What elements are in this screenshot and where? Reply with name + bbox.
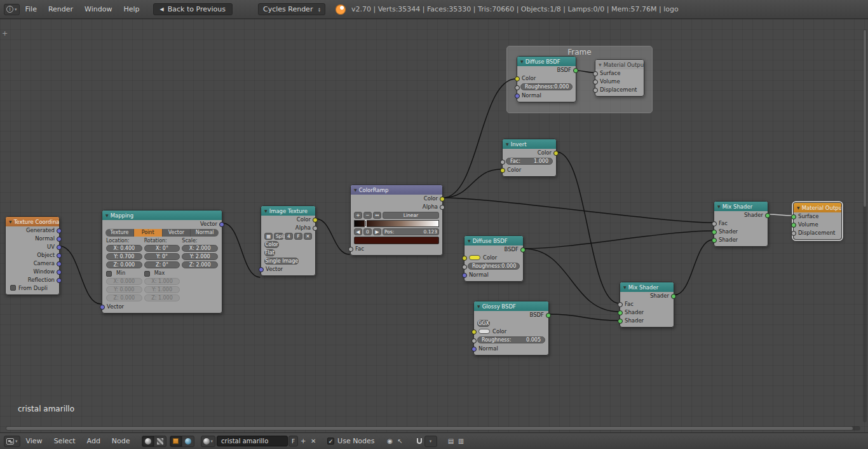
projection-select[interactable]: Flat	[264, 249, 275, 256]
scale-x-field[interactable]: X: 2.000	[182, 245, 218, 252]
socket-shader-output[interactable]	[671, 294, 676, 299]
location-z-field[interactable]: Z: 0.000	[106, 261, 142, 268]
socket-fac-input[interactable]	[618, 302, 623, 307]
socket-normal-input[interactable]	[462, 273, 467, 278]
node-glossy-bsdf[interactable]: ▼Glossy BSDF BSDF GGX Color Roughness:0.…	[473, 301, 549, 356]
editor-type-button-info[interactable]: i ▾	[4, 4, 20, 15]
node-diffuse-bsdf[interactable]: ▼Diffuse BSDF BSDF Color Roughness:0.000…	[464, 235, 524, 282]
node-header[interactable]: ▼Diffuse BSDF	[465, 236, 523, 245]
node-header[interactable]: ▼Material Output	[794, 203, 841, 212]
menu-file[interactable]: File	[20, 5, 43, 13]
node-link[interactable]	[60, 246, 101, 304]
menu-node[interactable]: Node	[106, 437, 136, 445]
render-engine-select[interactable]: Cycles Render ▴▾	[258, 3, 325, 15]
node-editor-canvas[interactable]: + Frame ▼Texture Coordinate Generated No…	[0, 19, 868, 432]
menu-help[interactable]: Help	[118, 5, 145, 13]
max-checkbox[interactable]	[144, 271, 150, 277]
socket-roughness-input[interactable]	[462, 265, 467, 270]
socket-volume-input[interactable]	[791, 223, 796, 228]
node-mapping[interactable]: ▼Mapping Vector Texture Point Vector Nor…	[102, 210, 222, 314]
node-link[interactable]	[674, 240, 713, 295]
node-mix-shader-lower[interactable]: ▼Mix Shader Shader Fac Shader Shader	[620, 282, 674, 328]
object-data-button[interactable]	[170, 436, 182, 447]
node-header[interactable]: ▼ColorRamp	[351, 185, 442, 195]
node-header[interactable]: ▼Diffuse BSDF	[517, 57, 576, 66]
socket-camera-output[interactable]	[57, 261, 62, 266]
menu-render[interactable]: Render	[43, 5, 79, 13]
socket-reflection-output[interactable]	[57, 278, 62, 283]
collapse-icon[interactable]: ▼	[477, 304, 480, 308]
node-header[interactable]: ▼Texture Coordinate	[6, 217, 59, 226]
auto-render-icon[interactable]: ◉	[385, 436, 395, 446]
browse-material-button[interactable]: ▾	[201, 436, 216, 447]
interpolation-select[interactable]: Linear	[383, 212, 439, 219]
node-link[interactable]	[576, 71, 593, 73]
vertical-scrollbar[interactable]	[863, 29, 867, 422]
node-link[interactable]	[557, 152, 619, 303]
socket-alpha-output[interactable]	[313, 226, 318, 231]
node-image-texture[interactable]: ▼Image Texture Color Alpha ▦ Spla 4 F ✕ …	[261, 205, 316, 276]
type-point-button[interactable]: Point	[134, 229, 163, 237]
roughness-slider[interactable]: Roughness:0.000	[468, 263, 520, 270]
menu-view[interactable]: View	[20, 437, 48, 445]
node-link[interactable]	[223, 223, 260, 277]
collapse-icon[interactable]: ▼	[599, 62, 602, 67]
socket-fac-input[interactable]	[500, 160, 505, 165]
socket-color-input[interactable]	[462, 256, 467, 261]
browse-image-icon[interactable]: ▦	[264, 233, 273, 240]
roughness-slider[interactable]: Roughness:0.000	[520, 83, 573, 90]
node-link[interactable]	[443, 198, 713, 223]
node-header[interactable]: ▼Mix Shader	[714, 202, 768, 211]
socket-generated-output[interactable]	[57, 228, 62, 233]
socket-normal-input[interactable]	[515, 93, 520, 99]
editor-type-button[interactable]: ▾	[4, 436, 20, 447]
socket-volume-input[interactable]	[593, 79, 598, 85]
node-link[interactable]	[316, 219, 349, 254]
socket-color-output[interactable]	[553, 151, 559, 156]
collapse-icon[interactable]: ▼	[623, 285, 627, 289]
scrollbar-thumb[interactable]	[6, 427, 853, 430]
scale-y-field[interactable]: Y: 2.000	[182, 253, 218, 260]
socket-color-input[interactable]	[500, 168, 505, 173]
socket-surface-input[interactable]	[791, 214, 796, 219]
socket-color-output[interactable]	[440, 197, 445, 202]
fake-user-button[interactable]: F	[294, 233, 302, 240]
node-material-output[interactable]: ▼Material Output Surface Volume Displace…	[793, 202, 842, 240]
delete-stop-button[interactable]: −	[363, 212, 372, 219]
image-name[interactable]: Spla	[274, 233, 283, 240]
socket-displacement-input[interactable]	[593, 88, 598, 93]
menu-select[interactable]: Select	[48, 437, 81, 445]
snap-mode-dropdown[interactable]: ▾	[424, 436, 437, 447]
collapse-icon[interactable]: ▼	[264, 209, 268, 213]
socket-bsdf-output[interactable]	[546, 313, 551, 318]
socket-roughness-input[interactable]	[471, 338, 477, 343]
color-ramp-gradient[interactable]	[354, 220, 439, 227]
node-frame-diffuse-bsdf[interactable]: ▼Diffuse BSDF BSDF Color Roughness:0.000…	[517, 56, 576, 102]
node-header[interactable]: ▼Mix Shader	[620, 282, 674, 292]
socket-shader1-input[interactable]	[618, 310, 623, 315]
socket-shader2-input[interactable]	[712, 238, 717, 243]
type-vector-button[interactable]: Vector	[163, 229, 191, 237]
socket-bsdf-output[interactable]	[573, 68, 578, 73]
collapse-icon[interactable]: ▼	[468, 238, 471, 243]
socket-vector-output[interactable]	[219, 222, 224, 227]
rotation-x-field[interactable]: X: 0°	[144, 245, 180, 252]
rotation-z-field[interactable]: Z: 0°	[144, 261, 180, 268]
node-link[interactable]	[549, 314, 619, 321]
node-header[interactable]: ▼Invert	[503, 139, 556, 149]
new-material-button[interactable]: +	[298, 436, 308, 446]
next-stop-icon[interactable]: ▶	[373, 228, 381, 235]
unlink-image-icon[interactable]: ✕	[304, 233, 312, 240]
fac-slider[interactable]: Fac:1.000	[506, 158, 553, 165]
collapse-icon[interactable]: ▼	[797, 205, 800, 210]
node-header[interactable]: ▼Glossy BSDF	[474, 301, 548, 311]
from-dupli-checkbox[interactable]	[10, 285, 16, 291]
collapse-icon[interactable]: ▼	[506, 142, 509, 146]
back-to-previous-button[interactable]: ◀ Back to Previous	[153, 3, 233, 15]
snap-icon[interactable]	[414, 436, 424, 446]
socket-roughness-input[interactable]	[515, 85, 520, 90]
socket-fac-input[interactable]	[348, 247, 353, 252]
socket-normal-input[interactable]	[471, 347, 477, 352]
shader-type-texture-button[interactable]	[154, 436, 166, 447]
min-checkbox[interactable]	[106, 271, 112, 277]
